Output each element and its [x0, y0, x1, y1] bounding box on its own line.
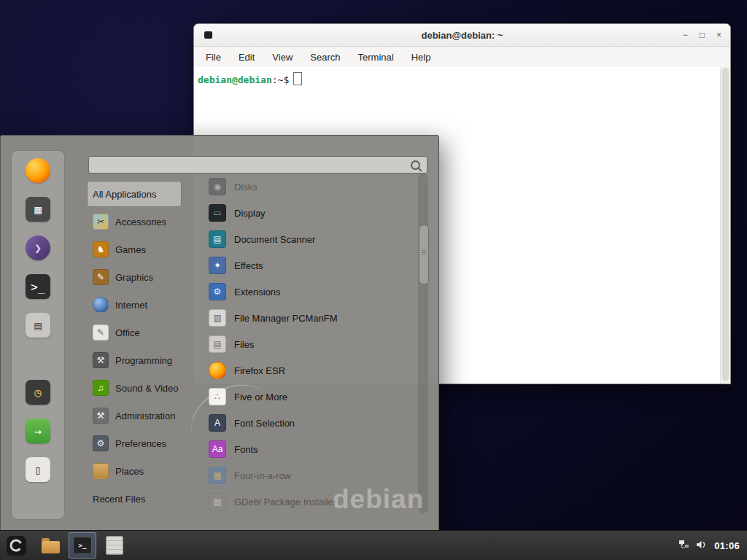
taskbar-file-manager[interactable] — [36, 532, 64, 559]
lock-screen-button[interactable]: ◷ — [26, 380, 50, 405]
category-graphics[interactable]: ✎ Graphics — [87, 264, 182, 290]
app-extensions[interactable]: ⚙ Extensions — [209, 279, 417, 305]
application-label: Five or More — [234, 392, 287, 402]
application-label: Four-in-a-row — [234, 470, 291, 481]
app-font-selection[interactable]: A Font Selection — [209, 410, 417, 436]
pidgin-favorite[interactable]: ❯ — [26, 236, 50, 260]
app-four-in-a-row[interactable]: ▦ Four-in-a-row — [209, 462, 417, 489]
category-programming[interactable]: ⚒ Programming — [87, 347, 182, 373]
search-input[interactable] — [88, 156, 427, 174]
category-label: Preferences — [115, 438, 166, 449]
category-internet[interactable]: Internet — [87, 292, 182, 318]
application-label: Disks — [234, 182, 258, 192]
menubar-item[interactable]: Help — [411, 52, 431, 63]
app-files[interactable]: ▤ Files — [209, 331, 417, 357]
category-places[interactable]: Places — [87, 458, 182, 484]
desktop: debian@debian: ~ − □ × FileEditViewSearc… — [0, 0, 747, 560]
app-gdebi-package-installer[interactable]: ▦ GDebi Package Installer — [209, 489, 417, 513]
favorites-panel: ▦ ❯ >_ ▤ ◷ → — [11, 150, 65, 520]
application-icon: Aa — [209, 440, 226, 458]
category-label: Games — [115, 244, 146, 255]
application-menu: ▦ ❯ >_ ▤ ◷ → — [0, 135, 439, 532]
terminal-titlebar[interactable]: debian@debian: ~ − □ × — [194, 24, 730, 47]
favorite-icon: → — [26, 419, 50, 443]
category-label: All Applications — [93, 189, 156, 200]
category-icon: ✎ — [93, 269, 109, 285]
shutdown-button[interactable]: ▯ — [26, 457, 50, 482]
menu-scrollbar-thumb[interactable] — [419, 225, 429, 284]
file-archive-favorite[interactable]: ▤ — [26, 313, 50, 338]
application-icon: ▭ — [209, 204, 226, 222]
menubar-item[interactable]: File — [206, 52, 221, 63]
search-box — [88, 156, 427, 174]
application-label: Font Selection — [234, 418, 295, 429]
application-icon — [209, 362, 226, 379]
category-list: All Applications ✂ Accessories ♞ Games ✎… — [87, 181, 182, 513]
application-list: ◉ Disks ▭ Display ▤ Document Scanner ✦ E… — [209, 174, 417, 513]
category-label: Programming — [115, 355, 172, 366]
category-accessories[interactable]: ✂ Accessories — [87, 209, 182, 235]
firefox-favorite[interactable] — [26, 158, 50, 183]
clock[interactable]: 01:06 — [714, 540, 740, 551]
window-controls: − □ × — [683, 24, 721, 46]
menu-scrollbar[interactable] — [418, 174, 428, 513]
application-icon: ▦ — [209, 493, 226, 510]
app-fonts[interactable]: Aa Fonts — [209, 436, 417, 462]
menu-logo-icon — [7, 536, 26, 556]
category-icon: ⚒ — [93, 408, 109, 424]
menubar-item[interactable]: Edit — [239, 52, 255, 63]
terminal-cursor — [293, 72, 302, 85]
app-effects[interactable]: ✦ Effects — [209, 252, 417, 279]
maximize-button[interactable]: □ — [700, 31, 705, 39]
terminal-favorite[interactable]: >_ — [26, 274, 50, 299]
category-label: Recent Files — [93, 494, 145, 505]
taskbar-terminal[interactable]: >_ — [69, 532, 96, 559]
volume-icon[interactable] — [697, 539, 707, 552]
menubar-item[interactable]: View — [272, 52, 293, 63]
category-icon: ⚙ — [93, 435, 109, 451]
category-preferences[interactable]: ⚙ Preferences — [87, 430, 182, 456]
close-button[interactable]: × — [716, 31, 721, 39]
file-manager-icon — [42, 541, 60, 553]
app-display[interactable]: ▭ Display — [209, 200, 417, 226]
system-tray: 01:06 — [678, 539, 747, 552]
category-administration[interactable]: ⚒ Administration — [87, 402, 182, 429]
network-icon[interactable] — [678, 539, 689, 552]
taskbar-files[interactable] — [101, 532, 128, 559]
menu-button[interactable] — [0, 531, 32, 560]
category-games[interactable]: ♞ Games — [87, 236, 182, 262]
app-disks[interactable]: ◉ Disks — [209, 174, 417, 200]
category-all-applications[interactable]: All Applications — [87, 181, 182, 207]
terminal-scrollbar[interactable] — [720, 67, 730, 384]
app-five-or-more[interactable]: ∴ Five or More — [209, 384, 417, 410]
taskbar: >_ 01:06 — [0, 530, 747, 560]
application-icon: ▦ — [209, 467, 226, 484]
application-label: Document Scanner — [234, 234, 315, 245]
application-label: GDebi Package Installer — [234, 497, 336, 508]
application-icon: ◉ — [209, 178, 226, 195]
application-label: Effects — [234, 260, 263, 271]
application-label: File Manager PCManFM — [234, 313, 338, 324]
category-sound-video[interactable]: ♫ Sound & Video — [87, 375, 182, 401]
application-label: Display — [234, 208, 266, 219]
application-icon: ▥ — [209, 309, 226, 327]
terminal-title: debian@debian: ~ — [422, 30, 503, 41]
category-icon: ✂ — [93, 214, 109, 230]
favorite-icon: ▤ — [26, 313, 50, 338]
application-icon: ▤ — [209, 230, 226, 248]
prompt-path: :~$ — [272, 74, 289, 85]
category-recent-files[interactable]: Recent Files — [87, 486, 182, 512]
menubar-item[interactable]: Search — [310, 52, 340, 63]
photos-favorite[interactable]: ▦ — [26, 197, 50, 222]
menubar-item[interactable]: Terminal — [358, 52, 394, 63]
prompt-user: debian@debian — [198, 74, 272, 85]
minimize-button[interactable]: − — [683, 31, 688, 39]
app-document-scanner[interactable]: ▤ Document Scanner — [209, 226, 417, 252]
app-firefox-esr[interactable]: Firefox ESR — [209, 357, 417, 384]
terminal-scrollbar-thumb[interactable] — [722, 68, 729, 381]
logout-button[interactable]: → — [26, 419, 50, 443]
app-file-manager-pcmanfm[interactable]: ▥ File Manager PCManFM — [209, 305, 417, 331]
terminal-window-icon — [204, 31, 212, 39]
category-label: Places — [115, 466, 144, 477]
category-office[interactable]: ✎ Office — [87, 319, 182, 346]
